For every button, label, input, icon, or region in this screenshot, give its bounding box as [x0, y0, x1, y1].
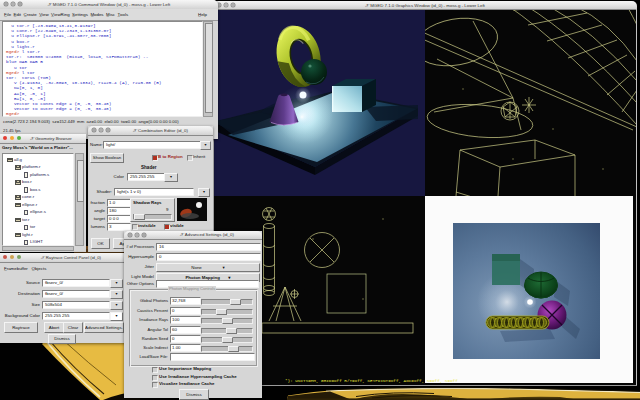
svg-text:*): UNITS=MM, GRID=off R/T=off: *): UNITS=MM, GRID=off R/T=off, KEYPOINT… — [285, 378, 458, 383]
